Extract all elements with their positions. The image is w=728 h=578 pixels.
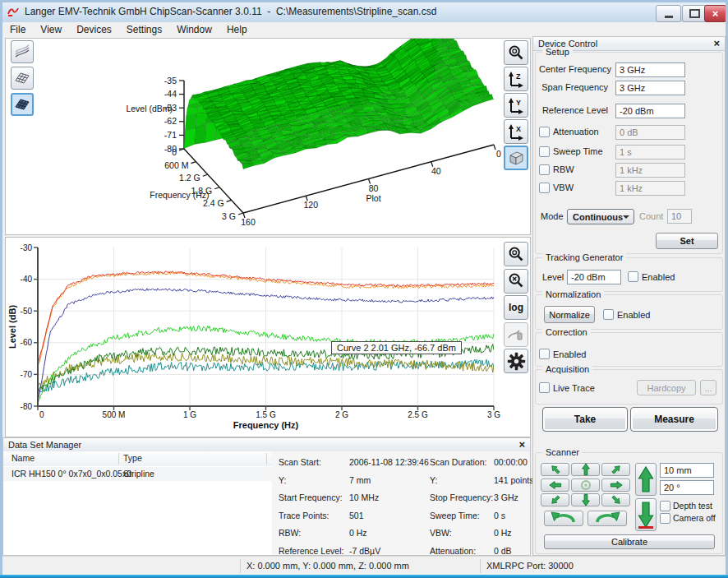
mode-dropdown[interactable]: Continuous xyxy=(567,209,634,224)
normalization-enabled-checkbox[interactable] xyxy=(603,309,614,320)
set-button[interactable]: Set xyxy=(656,233,718,249)
dataset-type-cell: Stripline xyxy=(123,469,154,479)
rotate-ccw-button[interactable] xyxy=(544,511,583,526)
zoom-reset-button[interactable] xyxy=(504,269,528,294)
plot-settings-button[interactable] xyxy=(504,349,528,373)
zoom-in-button[interactable] xyxy=(504,242,528,266)
move-up-right-button[interactable] xyxy=(601,463,630,476)
move-up-icon xyxy=(576,463,596,476)
sweep-time-field xyxy=(615,145,685,160)
z-up-button[interactable] xyxy=(635,463,657,496)
scan-info-label: Start Frequency: xyxy=(279,492,343,502)
scan-info-value: 00:00:00 xyxy=(494,457,528,467)
live-trace-label: Live Trace xyxy=(553,383,595,393)
menu-item-window[interactable]: Window xyxy=(169,23,219,36)
home-button[interactable] xyxy=(571,479,600,492)
zoom-3d-button[interactable] xyxy=(504,40,528,65)
count-label: Count xyxy=(639,211,663,221)
view-solid-button[interactable] xyxy=(11,93,34,116)
plot2d-grid xyxy=(38,247,494,406)
menu-item-file[interactable]: File xyxy=(2,23,33,36)
curve-erase-button xyxy=(504,322,528,347)
move-down-button[interactable] xyxy=(571,493,600,506)
axis-y-button[interactable]: Y xyxy=(504,93,528,118)
view-wireframe-button[interactable] xyxy=(11,67,34,90)
tick-label: 500 M xyxy=(103,410,126,419)
tick-label: 40 xyxy=(431,166,441,176)
menu-item-settings[interactable]: Settings xyxy=(119,23,169,36)
tg-level-field[interactable] xyxy=(567,270,621,284)
menu-item-help[interactable]: Help xyxy=(219,23,255,36)
rbw-checkbox[interactable] xyxy=(539,164,550,175)
move-up-left-button[interactable] xyxy=(541,463,569,476)
plot2d-canvas[interactable]: -30-40-50-60-70-800500 M1 G1.5 G2 G2.5 G… xyxy=(6,238,530,437)
calibrate-button[interactable]: Calibrate xyxy=(544,534,715,549)
table-row[interactable]: ICR HH150 0° 0x7x0_0x0.05x0Stripline xyxy=(3,467,272,481)
menu-item-view[interactable]: View xyxy=(33,23,69,36)
tick-label: 1 G xyxy=(183,410,196,419)
maximize-icon xyxy=(689,9,700,18)
menu-item-devices[interactable]: Devices xyxy=(69,23,119,36)
minimize-button[interactable] xyxy=(656,5,681,22)
acquisition-group: Acquisition Live Trace Hardcopy ... xyxy=(535,369,723,405)
sweep-time-checkbox[interactable] xyxy=(539,146,550,157)
tick-label: -70 xyxy=(21,370,33,379)
reference-level-label: Reference Level xyxy=(539,105,608,115)
column-separator[interactable] xyxy=(118,453,119,465)
close-panel-icon[interactable]: × xyxy=(518,439,525,451)
scanner-step-field[interactable] xyxy=(660,463,714,478)
data-set-manager-title: Data Set Manager xyxy=(8,440,81,450)
scan-info-value: 2006-11-08 12:39:46 xyxy=(349,457,429,467)
vbw-checkbox[interactable] xyxy=(539,183,550,193)
frequency-axis-label: Frequency (Hz) xyxy=(150,190,209,200)
chevron-down-icon xyxy=(623,215,629,222)
correction-enabled-checkbox[interactable] xyxy=(539,349,550,359)
scan-info-label: Scan Duration: xyxy=(430,457,486,467)
move-right-button[interactable] xyxy=(601,479,630,492)
close-button[interactable]: × xyxy=(704,5,726,22)
reference-level-field[interactable] xyxy=(615,104,685,118)
axis-x-button[interactable]: X xyxy=(504,119,528,144)
svg-text:Y: Y xyxy=(516,99,521,107)
title-bar[interactable]: Langer EMV-Technik GmbH ChipScan-Scanner… xyxy=(0,0,728,22)
normalize-button[interactable]: Normalize xyxy=(544,306,595,323)
tg-enabled-checkbox[interactable] xyxy=(628,271,638,282)
tracking-generator-label: Tracking Generator xyxy=(542,252,626,262)
gear-icon xyxy=(507,352,526,371)
normalization-group: Normalization Normalize Enabled xyxy=(535,294,723,330)
minimize-icon xyxy=(665,16,673,18)
axis-z-button[interactable]: Z xyxy=(504,67,528,91)
data-set-manager-header[interactable]: Data Set Manager × xyxy=(3,438,530,452)
column-header-type[interactable]: Type xyxy=(123,453,142,463)
svg-text:Z: Z xyxy=(516,72,521,81)
take-button[interactable]: Take xyxy=(542,407,628,432)
attenuation-checkbox[interactable] xyxy=(539,127,550,137)
view-3d-button[interactable] xyxy=(504,146,528,170)
column-separator[interactable] xyxy=(266,453,267,465)
rotate-cw-button[interactable] xyxy=(587,511,627,526)
camera-off-checkbox[interactable] xyxy=(660,513,670,524)
scanner-angle-field[interactable] xyxy=(660,480,714,495)
camera-off-label: Camera off xyxy=(673,513,716,523)
move-down-left-button[interactable] xyxy=(541,493,569,506)
close-panel-icon[interactable]: × xyxy=(713,38,720,49)
log-scale-button[interactable]: log xyxy=(504,295,528,320)
z-down-button[interactable] xyxy=(635,498,657,531)
move-up-button[interactable] xyxy=(571,463,600,476)
move-left-button[interactable] xyxy=(541,479,569,492)
scanner-group: Scanner Depth test Camera off Calibrate xyxy=(535,452,723,554)
center-frequency-field[interactable] xyxy=(615,62,685,77)
cube-icon xyxy=(507,149,525,167)
depth-test-checkbox[interactable] xyxy=(660,501,670,511)
move-down-right-button[interactable] xyxy=(601,493,630,506)
view-curves-button[interactable] xyxy=(11,40,34,63)
table-header: Name Type xyxy=(3,451,272,467)
scan-info-value: 501 xyxy=(349,511,364,520)
column-header-name[interactable]: Name xyxy=(12,453,35,463)
plot3d-canvas[interactable]: -35-44-53-62-71-80Level (dBm)0600 M1.2 G… xyxy=(6,39,530,234)
tick-label: 2 G xyxy=(335,410,348,419)
span-frequency-field[interactable] xyxy=(615,81,685,95)
scan-info-label: Reference Level: xyxy=(279,546,343,556)
measure-button[interactable]: Measure xyxy=(630,407,718,432)
live-trace-checkbox[interactable] xyxy=(539,382,550,393)
